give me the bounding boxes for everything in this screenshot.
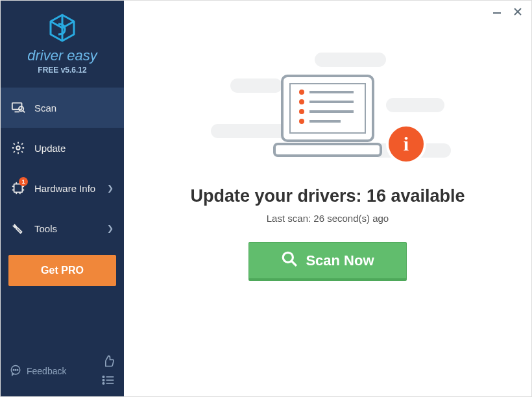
cloud-shape — [315, 53, 386, 67]
search-icon — [281, 250, 298, 271]
svg-point-16 — [13, 369, 14, 370]
feedback-label: Feedback — [27, 366, 66, 376]
menu-list-icon[interactable] — [102, 375, 115, 387]
cloud-shape — [386, 98, 444, 112]
get-pro-label: Get PRO — [41, 265, 84, 276]
hardware-badge: 1 — [19, 177, 28, 186]
scan-now-label: Scan Now — [306, 252, 374, 269]
svg-point-23 — [103, 383, 104, 385]
gear-icon — [11, 141, 25, 155]
svg-point-39 — [284, 252, 293, 262]
sidebar-item-scan[interactable]: Scan — [1, 88, 124, 128]
chat-icon — [10, 365, 21, 378]
get-pro-button[interactable]: Get PRO — [8, 255, 116, 286]
content: i Update your drivers: 16 available Last… — [124, 1, 531, 281]
window-controls — [492, 7, 522, 18]
version-label: FREE v5.6.12 — [38, 66, 86, 75]
brand-name: driver easy — [27, 47, 97, 64]
svg-point-31 — [299, 90, 304, 95]
sidebar-item-label: Update — [34, 143, 66, 154]
info-icon: i — [386, 124, 426, 164]
svg-point-19 — [103, 376, 104, 378]
nav: Scan Update — [1, 88, 124, 248]
minimize-button[interactable] — [492, 7, 502, 18]
sidebar-item-label: Scan — [34, 102, 56, 114]
feedback-button[interactable]: Feedback — [10, 365, 95, 378]
svg-line-40 — [292, 261, 297, 266]
sidebar-item-tools[interactable]: Tools ❯ — [1, 208, 124, 248]
chevron-right-icon: ❯ — [107, 184, 114, 193]
sidebar-item-update[interactable]: Update — [1, 128, 124, 168]
svg-rect-30 — [274, 144, 381, 156]
sidebar-item-label: Hardware Info — [34, 183, 95, 194]
svg-point-18 — [17, 369, 18, 370]
svg-point-35 — [299, 109, 304, 114]
svg-point-5 — [16, 146, 20, 150]
logo-icon — [47, 12, 78, 43]
headline: Update your drivers: 16 available — [190, 186, 465, 206]
close-button[interactable] — [513, 7, 522, 18]
svg-line-4 — [23, 111, 25, 113]
sidebar-item-label: Tools — [34, 223, 57, 234]
illustration: i — [211, 40, 444, 169]
chevron-right-icon: ❯ — [107, 224, 114, 233]
monitor-search-icon — [11, 101, 25, 115]
svg-point-17 — [15, 369, 16, 370]
sidebar: driver easy FREE v5.6.12 Scan — [1, 1, 124, 396]
thumbs-up-icon[interactable] — [102, 355, 115, 370]
scan-now-button[interactable]: Scan Now — [248, 242, 407, 281]
laptop-icon — [263, 69, 393, 169]
sidebar-item-hardware-info[interactable]: 1 Hardware Info ❯ — [1, 168, 124, 208]
sidebar-footer: Feedback — [1, 348, 124, 396]
svg-point-37 — [299, 119, 304, 124]
main-panel: i Update your drivers: 16 available Last… — [124, 1, 531, 396]
last-scan-label: Last scan: 26 second(s) ago — [267, 213, 389, 224]
svg-point-33 — [299, 99, 304, 104]
svg-point-21 — [103, 379, 104, 381]
tools-icon — [11, 221, 25, 235]
app-window: driver easy FREE v5.6.12 Scan — [0, 0, 532, 397]
logo-block: driver easy FREE v5.6.12 — [1, 1, 124, 82]
